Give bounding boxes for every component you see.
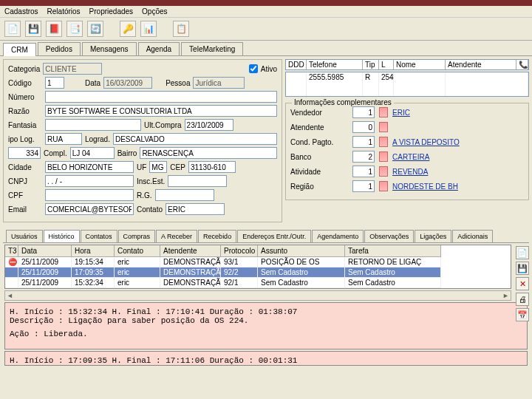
menu-relatorios[interactable]: Relatórios: [47, 7, 81, 16]
ativ-label: Atividade: [290, 168, 348, 176]
subtab-historico[interactable]: Histórico: [44, 230, 80, 242]
pessoa-label: Pessoa: [166, 79, 190, 87]
ativ-val[interactable]: REVENDA: [392, 168, 428, 176]
subtab-enderecos[interactable]: Endereços Entr./Outr.: [237, 230, 311, 242]
reg-label: Região: [290, 183, 348, 191]
grid-hdr-contato[interactable]: Contato: [115, 245, 160, 257]
ultcompra-field[interactable]: [185, 119, 233, 131]
banco-val[interactable]: CARTEIRA: [392, 153, 429, 161]
cond-val[interactable]: A VISTA DEPOSITO: [392, 138, 460, 146]
titlebar: [0, 0, 532, 6]
history-grid[interactable]: T3 Data Hora Contato Atendente Protocolo…: [4, 245, 511, 289]
tab-pedidos[interactable]: Pedidos: [38, 42, 81, 55]
cidade-field[interactable]: [45, 161, 134, 173]
cnpj-field[interactable]: [45, 175, 134, 187]
subtab-compras[interactable]: Compras: [118, 230, 156, 242]
new-icon[interactable]: 📄: [4, 21, 21, 37]
lookup-icon[interactable]: [379, 137, 388, 147]
subtab-adicionais[interactable]: Adicionais: [452, 230, 493, 242]
save-icon[interactable]: 💾: [25, 21, 41, 37]
atendente-num[interactable]: [352, 121, 375, 133]
calendar-icon[interactable]: 📅: [516, 308, 529, 321]
phone-tel[interactable]: 2555.5985: [307, 72, 363, 96]
subtab-areceber[interactable]: A Receber: [156, 230, 197, 242]
cpf-field[interactable]: [45, 189, 134, 201]
table-row[interactable]: 25/11/200917:09:35ericDEMONSTRAÇÃ92/2Sem…: [5, 267, 511, 278]
phone-hdr-l: L: [379, 60, 394, 69]
uf-field[interactable]: [149, 161, 167, 173]
num-field[interactable]: [8, 147, 41, 159]
table-row[interactable]: 25/11/200915:32:34ericDEMONSTRAÇÃ92/1Sem…: [5, 278, 511, 288]
tab-crm[interactable]: CRM: [3, 43, 36, 56]
fantasia-field[interactable]: [45, 119, 141, 131]
contato-field[interactable]: [166, 203, 225, 215]
doc-icon[interactable]: 📋: [173, 21, 189, 37]
subtab-recebido[interactable]: Recebido: [198, 230, 236, 242]
numero-field[interactable]: [45, 91, 277, 103]
reg-val[interactable]: NORDESTE DE BH: [392, 183, 458, 191]
cond-num[interactable]: [352, 136, 375, 148]
lookup-icon[interactable]: [379, 181, 388, 191]
reg-num[interactable]: [352, 180, 375, 192]
phone-ddd[interactable]: [286, 72, 307, 96]
email-field[interactable]: [45, 203, 134, 215]
grid-hdr-hora[interactable]: Hora: [72, 245, 115, 257]
refresh-icon[interactable]: 🔄: [87, 21, 103, 37]
phone-at[interactable]: [446, 72, 528, 96]
ativo-checkbox[interactable]: [249, 64, 258, 73]
key-icon[interactable]: 🔑: [120, 21, 136, 37]
tab-telemarketing[interactable]: TeleMarketing: [181, 42, 243, 55]
tab-mensagens[interactable]: Mensagens: [82, 42, 137, 55]
subtab-usuarios[interactable]: Usuários: [6, 230, 43, 242]
grid-hdr-data[interactable]: Data: [18, 245, 72, 257]
atendente-label: Atendente: [290, 123, 348, 132]
ativ-num[interactable]: [352, 166, 375, 177]
grid-hdr-protocolo[interactable]: Protocolo: [221, 245, 258, 257]
lookup-icon[interactable]: [379, 107, 388, 117]
chart-icon[interactable]: 📊: [140, 21, 157, 37]
bairro-field[interactable]: [140, 147, 277, 159]
subtab-observacoes[interactable]: Observações: [364, 230, 414, 242]
new-row-icon[interactable]: 📄: [516, 246, 529, 259]
razao-field[interactable]: [45, 105, 277, 117]
vendedor-num[interactable]: [352, 106, 375, 118]
lookup-icon[interactable]: [379, 151, 388, 162]
vendedor-val[interactable]: ERIC: [392, 109, 410, 117]
phone-tip[interactable]: R: [363, 72, 379, 96]
ipolog-field[interactable]: [45, 133, 82, 145]
menu-propriedades[interactable]: Propriedades: [89, 7, 133, 16]
pessoa-select[interactable]: [193, 77, 245, 89]
phone-icon[interactable]: 📞: [516, 60, 528, 69]
grid-hdr-assunto[interactable]: Assunto: [258, 245, 345, 257]
compl-field[interactable]: [70, 147, 115, 159]
rg-field[interactable]: [155, 189, 214, 201]
menu-opcoes[interactable]: Opções: [142, 7, 167, 16]
grid-hdr-tarefa[interactable]: Tarefa: [345, 245, 441, 257]
banco-num[interactable]: [352, 151, 375, 163]
subtabs: Usuários Histórico Contatos Compras A Re…: [3, 230, 529, 243]
lookup-icon[interactable]: [379, 122, 388, 132]
print-icon[interactable]: 🖨: [516, 293, 529, 306]
tab-agenda[interactable]: Agenda: [138, 42, 180, 55]
save-row-icon[interactable]: 💾: [516, 262, 529, 275]
delete-row-icon[interactable]: ✕: [516, 277, 529, 290]
subtab-contatos[interactable]: Contatos: [81, 230, 117, 242]
subtab-ligacoes[interactable]: Ligações: [415, 230, 451, 242]
copy-icon[interactable]: 📑: [66, 21, 83, 37]
lookup-icon[interactable]: [379, 166, 388, 177]
insc-field[interactable]: [168, 175, 227, 187]
lograd-field[interactable]: [113, 133, 277, 145]
phone-l[interactable]: 254: [379, 72, 394, 96]
grid-hdr-atendente[interactable]: Atendente: [160, 245, 221, 257]
cep-field[interactable]: [188, 161, 236, 173]
data-field[interactable]: [103, 77, 152, 89]
pdf-icon[interactable]: 📕: [46, 21, 62, 37]
codigo-field[interactable]: [45, 77, 64, 89]
grid-scrollbar[interactable]: ◄►: [4, 290, 511, 301]
table-row[interactable]: ⛔25/11/200919:15:34ericDEMONSTRAÇÃ93/1PO…: [5, 257, 511, 267]
phone-nome[interactable]: [394, 72, 446, 96]
categoria-select[interactable]: [43, 63, 102, 75]
menubar: Cadastros Relatórios Propriedades Opções: [0, 6, 532, 18]
subtab-agendamento[interactable]: Agendamento: [312, 230, 364, 242]
menu-cadastros[interactable]: Cadastros: [4, 7, 38, 16]
